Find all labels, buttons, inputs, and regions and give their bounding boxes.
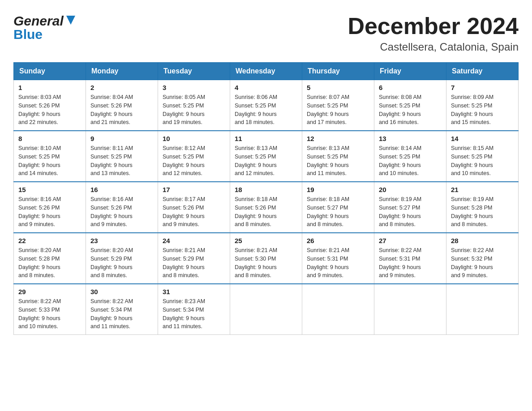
- calendar-cell: 26Sunrise: 8:21 AMSunset: 5:31 PMDayligh…: [302, 233, 374, 284]
- calendar-cell: 6Sunrise: 8:08 AMSunset: 5:25 PMDaylight…: [374, 80, 446, 131]
- calendar-cell: [446, 284, 519, 335]
- calendar-cell: 30Sunrise: 8:22 AMSunset: 5:34 PMDayligh…: [86, 284, 158, 335]
- calendar-week-row: 1Sunrise: 8:03 AMSunset: 5:26 PMDaylight…: [14, 80, 519, 131]
- col-header-wednesday: Wednesday: [230, 63, 302, 80]
- day-number: 23: [90, 237, 153, 244]
- calendar-cell: 2Sunrise: 8:04 AMSunset: 5:26 PMDaylight…: [86, 80, 158, 131]
- calendar-cell: 29Sunrise: 8:22 AMSunset: 5:33 PMDayligh…: [14, 284, 86, 335]
- calendar-cell: 19Sunrise: 8:18 AMSunset: 5:27 PMDayligh…: [302, 182, 374, 233]
- calendar-cell: 5Sunrise: 8:07 AMSunset: 5:25 PMDaylight…: [302, 80, 374, 131]
- day-info: Sunrise: 8:15 AMSunset: 5:25 PMDaylight:…: [451, 144, 514, 178]
- day-info: Sunrise: 8:22 AMSunset: 5:31 PMDaylight:…: [379, 246, 442, 280]
- calendar-cell: 22Sunrise: 8:20 AMSunset: 5:28 PMDayligh…: [14, 233, 86, 284]
- col-header-monday: Monday: [86, 63, 158, 80]
- day-info: Sunrise: 8:21 AMSunset: 5:31 PMDaylight:…: [307, 246, 369, 280]
- logo-blue-text: Blue: [13, 27, 43, 42]
- calendar-cell: 17Sunrise: 8:17 AMSunset: 5:26 PMDayligh…: [158, 182, 230, 233]
- calendar-cell: 16Sunrise: 8:16 AMSunset: 5:26 PMDayligh…: [86, 182, 158, 233]
- calendar-week-row: 15Sunrise: 8:16 AMSunset: 5:26 PMDayligh…: [14, 182, 519, 233]
- day-number: 21: [451, 186, 514, 193]
- day-number: 1: [18, 84, 81, 91]
- day-number: 7: [451, 84, 514, 91]
- calendar-cell: 23Sunrise: 8:20 AMSunset: 5:29 PMDayligh…: [86, 233, 158, 284]
- day-info: Sunrise: 8:19 AMSunset: 5:27 PMDaylight:…: [379, 195, 442, 229]
- calendar-cell: 10Sunrise: 8:12 AMSunset: 5:25 PMDayligh…: [158, 131, 230, 182]
- calendar-cell: 13Sunrise: 8:14 AMSunset: 5:25 PMDayligh…: [374, 131, 446, 182]
- day-info: Sunrise: 8:13 AMSunset: 5:25 PMDaylight:…: [307, 144, 369, 178]
- day-info: Sunrise: 8:18 AMSunset: 5:27 PMDaylight:…: [307, 195, 369, 229]
- day-info: Sunrise: 8:10 AMSunset: 5:25 PMDaylight:…: [18, 144, 81, 178]
- day-info: Sunrise: 8:12 AMSunset: 5:25 PMDaylight:…: [163, 144, 225, 178]
- day-number: 26: [307, 237, 369, 244]
- logo-general-text: General: [13, 13, 64, 29]
- col-header-saturday: Saturday: [446, 63, 519, 80]
- col-header-friday: Friday: [374, 63, 446, 80]
- day-info: Sunrise: 8:17 AMSunset: 5:26 PMDaylight:…: [163, 195, 225, 229]
- day-number: 3: [163, 84, 225, 91]
- day-number: 11: [235, 135, 297, 142]
- day-info: Sunrise: 8:20 AMSunset: 5:28 PMDaylight:…: [18, 246, 81, 280]
- day-info: Sunrise: 8:22 AMSunset: 5:33 PMDaylight:…: [18, 297, 81, 331]
- day-info: Sunrise: 8:21 AMSunset: 5:29 PMDaylight:…: [163, 246, 225, 280]
- day-info: Sunrise: 8:06 AMSunset: 5:25 PMDaylight:…: [235, 93, 297, 127]
- day-number: 14: [451, 135, 514, 142]
- day-info: Sunrise: 8:09 AMSunset: 5:25 PMDaylight:…: [451, 93, 514, 127]
- calendar-cell: 31Sunrise: 8:23 AMSunset: 5:34 PMDayligh…: [158, 284, 230, 335]
- day-info: Sunrise: 8:21 AMSunset: 5:30 PMDaylight:…: [235, 246, 297, 280]
- day-info: Sunrise: 8:16 AMSunset: 5:26 PMDaylight:…: [90, 195, 153, 229]
- day-number: 2: [90, 84, 153, 91]
- calendar-cell: 20Sunrise: 8:19 AMSunset: 5:27 PMDayligh…: [374, 182, 446, 233]
- calendar-title-block: December 2024 Castellsera, Catalonia, Sp…: [348, 13, 519, 53]
- day-number: 17: [163, 186, 225, 193]
- calendar-week-row: 8Sunrise: 8:10 AMSunset: 5:25 PMDaylight…: [14, 131, 519, 182]
- day-number: 4: [235, 84, 297, 91]
- calendar-header-row: SundayMondayTuesdayWednesdayThursdayFrid…: [14, 63, 519, 80]
- day-number: 22: [18, 237, 81, 244]
- day-number: 13: [379, 135, 442, 142]
- day-info: Sunrise: 8:18 AMSunset: 5:26 PMDaylight:…: [235, 195, 297, 229]
- calendar-cell: 9Sunrise: 8:11 AMSunset: 5:25 PMDaylight…: [86, 131, 158, 182]
- day-number: 30: [90, 288, 153, 295]
- day-number: 31: [163, 288, 225, 295]
- col-header-thursday: Thursday: [302, 63, 374, 80]
- day-number: 8: [18, 135, 81, 142]
- day-number: 20: [379, 186, 442, 193]
- day-info: Sunrise: 8:22 AMSunset: 5:34 PMDaylight:…: [90, 297, 153, 331]
- day-number: 10: [163, 135, 225, 142]
- day-info: Sunrise: 8:16 AMSunset: 5:26 PMDaylight:…: [18, 195, 81, 229]
- calendar-cell: 14Sunrise: 8:15 AMSunset: 5:25 PMDayligh…: [446, 131, 519, 182]
- day-number: 6: [379, 84, 442, 91]
- day-info: Sunrise: 8:11 AMSunset: 5:25 PMDaylight:…: [90, 144, 153, 178]
- calendar-week-row: 22Sunrise: 8:20 AMSunset: 5:28 PMDayligh…: [14, 233, 519, 284]
- day-info: Sunrise: 8:05 AMSunset: 5:25 PMDaylight:…: [163, 93, 225, 127]
- day-number: 9: [90, 135, 153, 142]
- svg-marker-0: [66, 16, 75, 25]
- calendar-week-row: 29Sunrise: 8:22 AMSunset: 5:33 PMDayligh…: [14, 284, 519, 335]
- day-info: Sunrise: 8:22 AMSunset: 5:32 PMDaylight:…: [451, 246, 514, 280]
- calendar-cell: 4Sunrise: 8:06 AMSunset: 5:25 PMDaylight…: [230, 80, 302, 131]
- day-info: Sunrise: 8:14 AMSunset: 5:25 PMDaylight:…: [379, 144, 442, 178]
- day-info: Sunrise: 8:23 AMSunset: 5:34 PMDaylight:…: [163, 297, 225, 331]
- calendar-subtitle: Castellsera, Catalonia, Spain: [348, 41, 519, 53]
- day-number: 18: [235, 186, 297, 193]
- page-header: General Blue December 2024 Castellsera, …: [13, 13, 519, 53]
- calendar-cell: 21Sunrise: 8:19 AMSunset: 5:28 PMDayligh…: [446, 182, 519, 233]
- calendar-cell: [230, 284, 302, 335]
- day-number: 12: [307, 135, 369, 142]
- calendar-title: December 2024: [348, 13, 519, 39]
- calendar-cell: 12Sunrise: 8:13 AMSunset: 5:25 PMDayligh…: [302, 131, 374, 182]
- day-number: 15: [18, 186, 81, 193]
- day-info: Sunrise: 8:08 AMSunset: 5:25 PMDaylight:…: [379, 93, 442, 127]
- calendar-cell: 8Sunrise: 8:10 AMSunset: 5:25 PMDaylight…: [14, 131, 86, 182]
- day-info: Sunrise: 8:07 AMSunset: 5:25 PMDaylight:…: [307, 93, 369, 127]
- day-number: 24: [163, 237, 225, 244]
- calendar-cell: 25Sunrise: 8:21 AMSunset: 5:30 PMDayligh…: [230, 233, 302, 284]
- col-header-tuesday: Tuesday: [158, 63, 230, 80]
- calendar-cell: 24Sunrise: 8:21 AMSunset: 5:29 PMDayligh…: [158, 233, 230, 284]
- day-info: Sunrise: 8:19 AMSunset: 5:28 PMDaylight:…: [451, 195, 514, 229]
- day-info: Sunrise: 8:13 AMSunset: 5:25 PMDaylight:…: [235, 144, 297, 178]
- calendar-cell: 15Sunrise: 8:16 AMSunset: 5:26 PMDayligh…: [14, 182, 86, 233]
- logo: General Blue: [13, 13, 77, 42]
- calendar-cell: [374, 284, 446, 335]
- day-number: 29: [18, 288, 81, 295]
